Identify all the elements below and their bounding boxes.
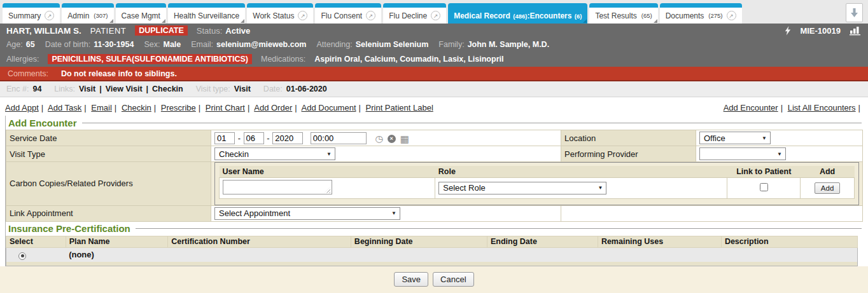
tab-label: Flu Consent (321, 11, 362, 20)
link-to-patient-checkbox[interactable] (760, 183, 768, 191)
link-add-appt[interactable]: Add Appt (5, 103, 39, 112)
lightning-icon[interactable] (785, 26, 791, 36)
patient-id: MIE-10019 (800, 26, 841, 36)
add-cell: Add (801, 177, 855, 198)
tab-health-surveillance[interactable]: Health Surveillance (168, 3, 245, 24)
plan-name-cell: (none) (66, 247, 168, 262)
allergies-badge[interactable]: PENICILLINS, SULFA(SULFONAMIDE ANTIBIOTI… (48, 54, 252, 64)
tab-documents[interactable]: Documents (275) ↗ (660, 3, 742, 24)
calendar-icon[interactable]: ▦ (400, 134, 409, 144)
section-rule (136, 228, 862, 229)
tab-work-status[interactable]: Work Status ↗ (247, 3, 313, 24)
clear-date-icon[interactable]: × (388, 135, 396, 143)
download-chart-button[interactable] (846, 3, 863, 22)
family-label: Family: (438, 40, 464, 49)
empty-cell (487, 247, 598, 262)
link-view-visit[interactable]: View Visit (106, 85, 143, 93)
patient-status: Status: Active (197, 26, 251, 36)
tab-label: Documents (666, 11, 704, 20)
tab-admin[interactable]: Admin (307) (62, 3, 113, 24)
table-footer-strip (6, 262, 858, 266)
tab-count: (65) (641, 12, 652, 19)
enc-date-label: Date: (263, 85, 283, 93)
tab-medical-record-encounters[interactable]: Medical Record (486):Encounters (6) (448, 3, 587, 24)
visit-type-select[interactable]: Checkin ▼ (214, 147, 335, 160)
tab-test-results[interactable]: Test Results (65) (589, 3, 657, 24)
save-button[interactable]: Save (394, 272, 428, 287)
tab-bar: Summary ↗ Admin (307) Case Mgmt Health S… (0, 0, 868, 24)
carbon-copies-label: Carbon Copies/Related Providers (6, 162, 211, 206)
insurance-precert-table: Select Plan Name Certification Number Be… (6, 236, 858, 266)
role-select-value: Select Role (443, 183, 485, 193)
service-date-cell: - - ◷ × ▦ (211, 130, 561, 146)
popout-icon: ↗ (727, 11, 736, 20)
link-add-order[interactable]: Add Order (254, 103, 292, 112)
chevron-down-icon: ▼ (391, 210, 396, 216)
chevron-down-icon: ▼ (326, 151, 332, 157)
cancel-button[interactable]: Cancel (433, 272, 473, 287)
age-label: Age: (6, 40, 23, 49)
email-label: Email: (191, 40, 213, 49)
plan-name-header: Plan Name (66, 236, 168, 247)
link-print-chart[interactable]: Print Chart (206, 103, 245, 112)
service-date-month-input[interactable] (214, 132, 235, 144)
service-date-label: Service Date (6, 130, 211, 146)
separator: | (781, 103, 783, 112)
performing-provider-select[interactable]: ▼ (699, 147, 786, 160)
dob-value: 11-30-1954 (94, 40, 134, 49)
section-title: Add Encounter (8, 118, 77, 128)
remaining-uses-header: Remaining Uses (598, 236, 721, 247)
popout-icon: ↗ (45, 11, 54, 20)
separator: | (199, 103, 200, 112)
link-prescribe[interactable]: Prescribe (161, 103, 196, 112)
tab-label: Admin (67, 11, 89, 20)
separator: | (295, 103, 297, 112)
link-add-document[interactable]: Add Document (302, 103, 356, 112)
duplicate-badge[interactable]: DUPLICATE (135, 25, 188, 36)
tab-flu-decline[interactable]: Flu Decline ↗ (383, 3, 446, 24)
user-name-cell (220, 177, 435, 198)
tab-case-mgmt[interactable]: Case Mgmt (116, 3, 166, 24)
dob-label: Date of birth: (45, 40, 91, 49)
link-list-all-encounters[interactable]: List All Encounters (788, 103, 856, 112)
link-appointment-select[interactable]: Select Appointment ▼ (214, 207, 400, 220)
precert-radio[interactable] (18, 252, 26, 260)
add-button[interactable]: Add (815, 182, 840, 194)
separator: | (99, 85, 102, 93)
link-visit[interactable]: Visit (79, 85, 95, 93)
patient-header-row2: Age:65 Date of birth:11-30-1954 Sex:Male… (0, 37, 868, 51)
link-add-encounter[interactable]: Add Encounter (724, 103, 778, 112)
separator: | (41, 103, 43, 112)
separator: | (154, 103, 156, 112)
patient-header-row3: Allergies: PENICILLINS, SULFA(SULFONAMID… (0, 51, 868, 67)
links-label: Links: (54, 85, 75, 93)
insurance-footer-row (6, 262, 858, 266)
role-select[interactable]: Select Role ▼ (438, 182, 606, 194)
tab-flu-consent[interactable]: Flu Consent ↗ (315, 3, 381, 24)
link-email[interactable]: Email (91, 103, 112, 112)
link-checkin[interactable]: Checkin (152, 85, 183, 93)
sex-label: Sex: (144, 40, 160, 49)
select-header: Select (6, 236, 66, 247)
link-appointment-label: Link Appointment (6, 205, 211, 221)
link-add-task[interactable]: Add Task (48, 103, 81, 112)
link-print-patient-label[interactable]: Print Patient Label (366, 103, 433, 112)
carbon-copies-box: User Name Role Link to Patient Add (214, 162, 859, 205)
location-value: Office (704, 133, 725, 143)
link-checkin-action[interactable]: Checkin (122, 103, 151, 112)
carbon-copies-row: Carbon Copies/Related Providers User Nam… (6, 162, 863, 206)
service-time-input[interactable] (311, 132, 367, 144)
chart-icon[interactable] (850, 26, 862, 36)
clock-icon[interactable]: ◷ (375, 134, 382, 143)
service-date-year-input[interactable] (272, 132, 303, 144)
carbon-copies-input-row: Select Role ▼ Add (220, 177, 855, 198)
user-name-input[interactable] (223, 180, 332, 194)
service-date-day-input[interactable] (244, 132, 264, 144)
tab-label: Case Mgmt (122, 11, 160, 20)
carbon-copies-header-row: User Name Role Link to Patient Add (220, 166, 855, 177)
location-select[interactable]: Office ▼ (699, 132, 771, 144)
tab-summary[interactable]: Summary ↗ (3, 3, 60, 24)
attending-value: Selenium Selenium (356, 40, 429, 49)
email-value: selenium@mieweb.com (216, 40, 306, 49)
popout-icon: ↗ (298, 11, 307, 20)
